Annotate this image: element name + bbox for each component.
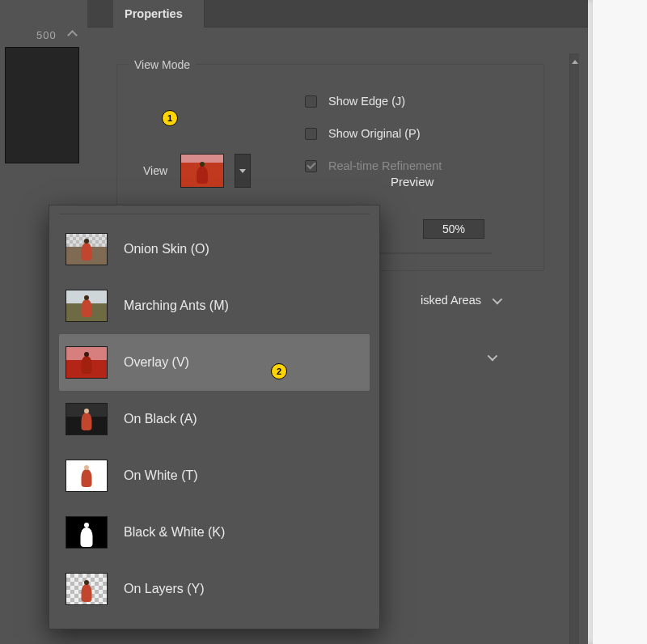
view-mode-popup[interactable]: Onion Skin (O)Marching Ants (M)Overlay (… bbox=[49, 205, 380, 629]
view-option-thumbnail bbox=[66, 516, 108, 549]
check-show-edge-label: Show Edge (J) bbox=[328, 95, 405, 108]
view-selector-row: View bbox=[143, 154, 251, 188]
view-option-label: On White (T) bbox=[124, 468, 198, 483]
view-option-label: Onion Skin (O) bbox=[124, 242, 209, 256]
view-option-thumbnail bbox=[66, 403, 108, 435]
view-mode-group-title: View Mode bbox=[129, 58, 196, 71]
view-option-thumbnail bbox=[66, 573, 108, 605]
chevron-down-icon bbox=[493, 294, 500, 307]
checkbox-icon[interactable] bbox=[305, 128, 317, 140]
popup-divider bbox=[59, 214, 370, 214]
check-realtime-refinement: Real-time Refinement bbox=[305, 159, 442, 172]
view-option-label: Marching Ants (M) bbox=[124, 299, 229, 313]
view-option-white[interactable]: On White (T) bbox=[59, 447, 370, 504]
annotation-badge-1: 1 bbox=[162, 110, 178, 126]
view-option-label: Overlay (V) bbox=[124, 355, 189, 370]
check-show-edge[interactable]: Show Edge (J) bbox=[305, 95, 442, 108]
view-option-onion[interactable]: Onion Skin (O) bbox=[59, 221, 370, 278]
view-option-thumbnail bbox=[66, 290, 108, 322]
view-option-label: Black & White (K) bbox=[124, 525, 225, 540]
tab-properties-label: Properties bbox=[113, 0, 204, 28]
check-realtime-label: Real-time Refinement bbox=[328, 159, 442, 172]
masked-areas-label: isked Areas bbox=[421, 294, 481, 307]
canvas-preview bbox=[5, 47, 79, 163]
value-percent[interactable]: 50% bbox=[423, 219, 484, 239]
view-option-label: On Layers (Y) bbox=[124, 582, 205, 596]
view-option-thumbnail bbox=[66, 346, 108, 379]
checkbox-icon[interactable] bbox=[305, 95, 317, 108]
view-mode-checks: Show Edge (J) Show Original (P) Real-tim… bbox=[305, 95, 442, 172]
view-option-thumbnail bbox=[66, 460, 108, 492]
view-option-thumbnail bbox=[66, 233, 108, 265]
view-dropdown-button[interactable] bbox=[235, 154, 251, 188]
preview-label: Preview bbox=[391, 175, 433, 189]
view-option-layers[interactable]: On Layers (Y) bbox=[59, 561, 370, 617]
view-label: View bbox=[143, 164, 167, 177]
tab-properties[interactable]: Properties bbox=[113, 0, 205, 28]
check-show-original[interactable]: Show Original (P) bbox=[305, 127, 442, 140]
view-option-black[interactable]: On Black (A) bbox=[59, 391, 370, 447]
checkbox-checked-icon bbox=[305, 160, 317, 172]
view-selected-thumbnail[interactable] bbox=[180, 154, 224, 188]
masked-areas-dropdown[interactable]: isked Areas bbox=[387, 291, 500, 309]
view-option-ants[interactable]: Marching Ants (M) bbox=[59, 278, 370, 334]
view-option-overlay[interactable]: Overlay (V) bbox=[59, 334, 370, 391]
check-show-original-label: Show Original (P) bbox=[328, 127, 421, 140]
ruler-tick-value: 500 bbox=[36, 29, 57, 41]
ruler-collapse-chevron-icon[interactable] bbox=[69, 32, 77, 40]
secondary-dropdown-chevron-icon[interactable] bbox=[480, 349, 501, 365]
view-option-bw[interactable]: Black & White (K) bbox=[59, 504, 370, 561]
panel-scrollbar[interactable] bbox=[569, 53, 579, 644]
view-option-label: On Black (A) bbox=[124, 412, 197, 426]
annotation-badge-2: 2 bbox=[271, 363, 287, 379]
scroll-up-icon[interactable] bbox=[572, 56, 578, 67]
